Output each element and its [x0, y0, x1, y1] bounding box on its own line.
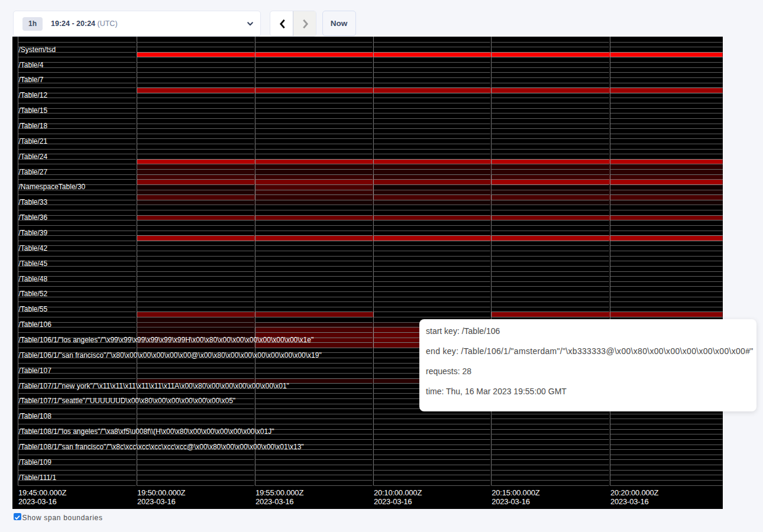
svg-text:/Table/108/1/"los angeles"/"\x: /Table/108/1/"los angeles"/"\xa8\xf5\u00… — [19, 427, 274, 436]
svg-text:/Table/107/1/"new york"/"\x11\: /Table/107/1/"new york"/"\x11\x11\x11\x1… — [19, 381, 289, 390]
svg-text:/Table/108/1/"san francisco"/": /Table/108/1/"san francisco"/"\x8c\xcc\x… — [19, 443, 304, 451]
svg-text:/Table/106: /Table/106 — [19, 320, 52, 329]
svg-text:/Table/27: /Table/27 — [19, 167, 48, 176]
svg-text:/Table/39: /Table/39 — [19, 228, 48, 236]
svg-text:19:55:00.000Z: 19:55:00.000Z — [256, 488, 304, 497]
svg-text:/Table/45: /Table/45 — [19, 259, 48, 267]
svg-text:/Table/42: /Table/42 — [19, 244, 48, 252]
svg-text:/Table/7: /Table/7 — [19, 76, 44, 84]
svg-text:/Table/55: /Table/55 — [19, 305, 48, 313]
svg-text:/Table/111/1: /Table/111/1 — [19, 473, 57, 481]
svg-text:2023-03-16: 2023-03-16 — [610, 497, 649, 505]
svg-text:2023-03-16: 2023-03-16 — [18, 497, 57, 505]
svg-text:/Table/4: /Table/4 — [19, 60, 44, 69]
svg-text:/Table/107/1/"seattle"/"UUUUUU: /Table/107/1/"seattle"/"UUUUUUD\x00\x80\… — [19, 397, 236, 405]
svg-text:2023-03-16: 2023-03-16 — [256, 497, 294, 505]
svg-text:/Table/106/1/"san francisco"/": /Table/106/1/"san francisco"/"\x80\x00\x… — [19, 351, 322, 359]
svg-text:/Table/36: /Table/36 — [19, 213, 48, 222]
svg-text:/Table/109: /Table/109 — [19, 458, 52, 466]
svg-text:/Table/52: /Table/52 — [19, 290, 48, 298]
svg-text:/Table/15: /Table/15 — [19, 106, 48, 115]
svg-text:/Table/33: /Table/33 — [19, 198, 48, 206]
svg-text:/System/tsd: /System/tsd — [19, 45, 56, 53]
svg-text:2023-03-16: 2023-03-16 — [137, 497, 176, 505]
svg-text:2023-03-16: 2023-03-16 — [492, 497, 530, 505]
svg-text:/Table/24: /Table/24 — [19, 152, 48, 160]
svg-text:20:15:00.000Z: 20:15:00.000Z — [492, 488, 540, 497]
svg-text:/Table/18: /Table/18 — [19, 121, 48, 129]
svg-text:19:45:00.000Z: 19:45:00.000Z — [18, 488, 67, 497]
svg-text:20:20:00.000Z: 20:20:00.000Z — [610, 488, 659, 497]
svg-text:/NamespaceTable/30: /NamespaceTable/30 — [19, 183, 86, 191]
svg-text:/Table/12: /Table/12 — [19, 91, 48, 99]
svg-text:2023-03-16: 2023-03-16 — [374, 497, 412, 505]
svg-text:/Table/107: /Table/107 — [19, 366, 52, 374]
svg-text:/Table/106/1/"los angeles"/"\x: /Table/106/1/"los angeles"/"\x99\x99\x99… — [19, 335, 314, 343]
svg-text:/Table/21: /Table/21 — [19, 137, 48, 145]
svg-text:19:50:00.000Z: 19:50:00.000Z — [137, 488, 186, 497]
svg-text:20:10:00.000Z: 20:10:00.000Z — [374, 488, 422, 497]
svg-text:/Table/108: /Table/108 — [19, 412, 52, 420]
svg-text:/Table/48: /Table/48 — [19, 274, 48, 283]
